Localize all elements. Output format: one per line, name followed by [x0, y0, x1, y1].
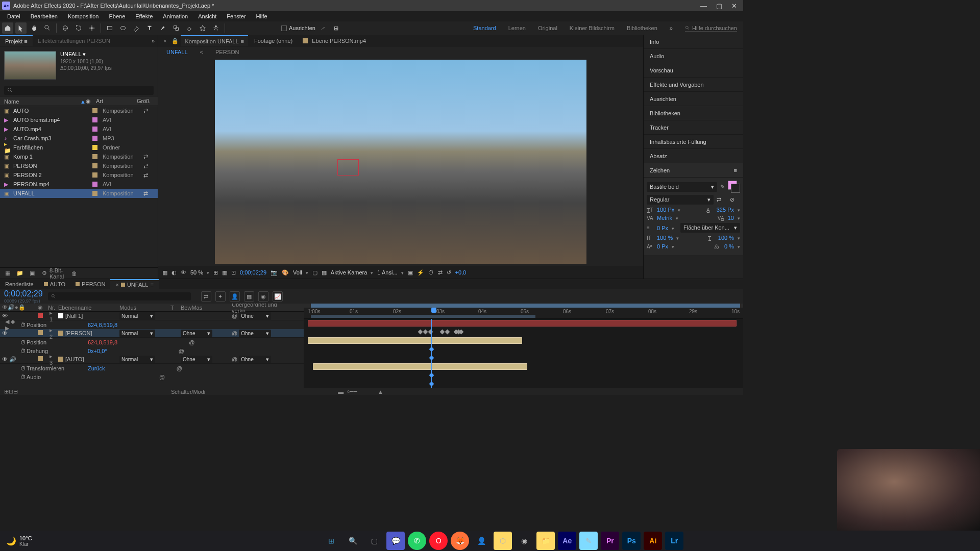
toggle-in-out-icon[interactable]: ⊟ — [13, 388, 18, 395]
timeline-icon[interactable]: ⏱ — [428, 269, 434, 276]
panel-more-icon[interactable]: » — [152, 38, 158, 44]
workspace-original[interactable]: Original — [538, 25, 557, 31]
font-style-dropdown[interactable]: Regular▾ — [647, 195, 714, 205]
label-column-icon[interactable]: ◉ — [86, 98, 96, 105]
navigator-handle[interactable] — [311, 304, 740, 308]
workspace-more-icon[interactable]: » — [670, 25, 673, 31]
swap-colors-icon[interactable]: ⇄ — [717, 196, 727, 203]
track-matte-dropdown[interactable]: Ohne ▾ — [181, 330, 212, 337]
menu-hilfe[interactable]: Hilfe — [252, 12, 272, 20]
anchor-tool[interactable] — [86, 22, 97, 34]
timeline-timecode[interactable]: 0;00;02;29 — [4, 289, 43, 298]
menu-bearbeiten[interactable]: Bearbeiten — [27, 12, 62, 20]
flowchart-icon[interactable]: ⇄ — [143, 190, 148, 197]
project-item[interactable]: ▣PERSON 2Komposition⇄ — [0, 170, 158, 180]
comp-flowchart-icon[interactable]: ⇄ — [201, 291, 211, 302]
reset-exposure-icon[interactable]: ↺ — [447, 269, 451, 276]
pixel-aspect-icon[interactable]: ▣ — [408, 269, 413, 276]
camera-dropdown[interactable]: Aktive Kamera — [331, 269, 374, 276]
project-item[interactable]: ▣Komp 1Komposition⇄ — [0, 152, 158, 161]
timeline-tab-person[interactable]: PERSON — [70, 280, 110, 289]
ausrichten-checkbox[interactable] — [281, 26, 287, 31]
layer-bar[interactable] — [313, 363, 527, 370]
puppet-tool[interactable] — [210, 22, 222, 34]
orbit-tool[interactable] — [60, 22, 71, 34]
pickwhip-icon[interactable]: @ — [232, 313, 237, 319]
project-search[interactable] — [4, 86, 154, 95]
pickwhip-icon[interactable]: @ — [232, 356, 237, 362]
stopwatch-icon[interactable]: ⏱ — [20, 348, 27, 354]
alpha-icon[interactable]: ▦ — [162, 269, 167, 276]
zoom-in-icon[interactable]: ▲ — [378, 389, 383, 395]
eyedropper-icon[interactable]: ✎ — [720, 184, 725, 190]
expression-pickwhip-icon[interactable]: @ — [177, 365, 182, 371]
keyframe-icon[interactable] — [445, 330, 450, 335]
zoom-tool[interactable] — [42, 22, 53, 34]
panel-ausrichten[interactable]: Ausrichten — [644, 92, 743, 106]
playhead-line[interactable] — [431, 319, 432, 388]
layer-row[interactable]: 👁▸ 1[Null 1]Normal ▾@ Ohne ▾ — [0, 312, 304, 320]
exposure-value[interactable]: +0,0 — [455, 269, 467, 276]
snap-grid-icon[interactable]: ⊞ — [331, 22, 342, 34]
keyframe-icon[interactable] — [440, 330, 445, 335]
track-row[interactable] — [304, 362, 743, 371]
property-value[interactable]: 624,8,519,8 — [88, 322, 117, 328]
project-item[interactable]: ▣PERSONKomposition⇄ — [0, 161, 158, 170]
layer-bar[interactable] — [308, 337, 522, 344]
property-track-row[interactable] — [304, 354, 743, 362]
track-row[interactable] — [304, 336, 743, 345]
timeline-ruler[interactable]: 1:00s01s02s03s04s05s06s07s08s29s10s — [304, 304, 743, 319]
property-track-row[interactable] — [304, 345, 743, 354]
kerning-value[interactable]: Metrik — [657, 215, 672, 221]
label-swatch[interactable] — [92, 117, 97, 122]
effect-controls-tab[interactable]: Effekteinstellungen PERSON — [33, 36, 115, 46]
project-item[interactable]: ♪Car Crash.mp3MP3 — [0, 134, 158, 143]
new-comp-icon[interactable]: ▣ — [28, 269, 37, 278]
views-dropdown[interactable]: 1 Ansi... — [377, 269, 403, 276]
no-color-icon[interactable]: ⊘ — [730, 196, 740, 203]
layer-color-tag[interactable] — [38, 356, 43, 361]
frame-blend-icon[interactable]: ▦ — [244, 291, 254, 302]
expression-pickwhip-icon[interactable]: @ — [159, 374, 165, 380]
work-area-bar[interactable] — [311, 315, 535, 318]
menu-ebene[interactable]: Ebene — [105, 12, 129, 20]
property-value[interactable]: Zurück — [88, 365, 105, 371]
layer-row[interactable]: 👁▸ 2[PERSON]Normal ▾Ohne ▾@ Ohne ▾ — [0, 329, 304, 338]
layer-color-tag[interactable] — [38, 330, 43, 335]
font-dropdown[interactable]: Bastile bold▾ — [647, 182, 717, 192]
comp-tab-unfall[interactable]: Komposition UNFALL ≡ — [181, 35, 248, 46]
trash-icon[interactable]: 🗑 — [69, 269, 79, 278]
track-row[interactable] — [304, 319, 743, 328]
project-item[interactable]: ▣UNFALLKomposition⇄ — [0, 189, 158, 198]
layer-property-row[interactable]: ⏱Audio@ — [0, 372, 304, 381]
panel-absatz[interactable]: Absatz — [644, 149, 743, 163]
flowchart-person[interactable]: PERSON — [215, 49, 239, 55]
snapshot-icon[interactable]: 📷 — [271, 269, 278, 276]
zoom-out-icon[interactable]: ▬ — [338, 389, 344, 395]
flowchart-icon[interactable]: ⇄ — [143, 108, 148, 114]
panel-zeichen[interactable]: Zeichen≡ — [644, 163, 743, 178]
panel-content-fill[interactable]: Inhaltsbasierte Füllung — [644, 135, 743, 149]
layer-color-tag[interactable] — [38, 313, 43, 318]
comp-tab-footage[interactable]: Footage (ohne) — [250, 36, 297, 46]
blend-mode-dropdown[interactable]: Normal ▾ — [119, 330, 155, 337]
hide-shy-icon[interactable]: 👤 — [230, 291, 240, 302]
label-swatch[interactable] — [92, 108, 97, 113]
panel-vorschau[interactable]: Vorschau — [644, 63, 743, 78]
tsume-value[interactable]: 0 % — [724, 243, 734, 249]
layer-property-row[interactable]: ⏱Position624,8,519,8@ — [0, 338, 304, 346]
workspace-standard[interactable]: Standard — [473, 25, 496, 31]
draft3d-icon[interactable]: ✦ — [215, 291, 226, 302]
keyframe-icon[interactable] — [459, 330, 464, 335]
keyframe-icon[interactable] — [418, 330, 423, 335]
grid-icon[interactable]: ▦ — [222, 269, 227, 276]
property-value[interactable]: 0x+0,0° — [88, 348, 107, 354]
home-tool[interactable] — [2, 22, 13, 34]
flowchart-unfall[interactable]: UNFALL — [166, 49, 188, 55]
panel-bibliotheken[interactable]: Bibliotheken — [644, 106, 743, 120]
font-size-value[interactable]: 100 Px — [657, 207, 674, 213]
toggle-modes-icon[interactable]: ⊡ — [9, 388, 13, 395]
motion-blur-icon[interactable]: ◉ — [258, 291, 268, 302]
playhead-indicator[interactable] — [431, 308, 436, 313]
menu-komposition[interactable]: Komposition — [64, 12, 103, 20]
